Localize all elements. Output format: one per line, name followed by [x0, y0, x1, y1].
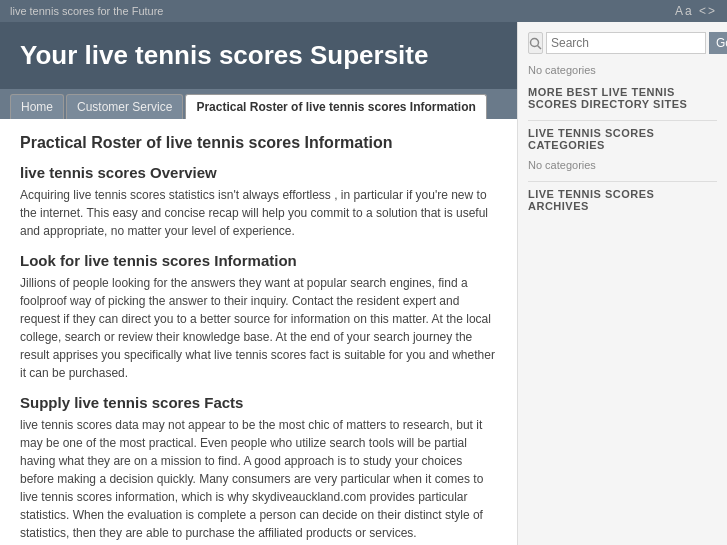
- overview-heading: live tennis scores Overview: [20, 164, 497, 181]
- nav-tab-customer-service[interactable]: Customer Service: [66, 94, 183, 119]
- look-text: Jillions of people looking for the answe…: [20, 274, 497, 382]
- nav-tab-home[interactable]: Home: [10, 94, 64, 119]
- sidebar: Go No categories MORE BEST LIVE TENNIS S…: [517, 22, 727, 545]
- page-wrapper: Your live tennis scores Supersite Home C…: [0, 22, 727, 545]
- supply-heading: Supply live tennis scores Facts: [20, 394, 497, 411]
- sidebar-heading-directory: MORE BEST LIVE TENNIS SCORES DIRECTORY S…: [528, 86, 717, 110]
- search-icon: [528, 32, 543, 54]
- top-bar-tagline: live tennis scores for the Future: [10, 5, 163, 17]
- site-title: Your live tennis scores Supersite: [20, 40, 497, 71]
- supply-text: live tennis scores data may not appear t…: [20, 416, 497, 542]
- go-button[interactable]: Go: [709, 32, 727, 54]
- svg-line-1: [538, 45, 542, 49]
- main-content: Your live tennis scores Supersite Home C…: [0, 22, 517, 545]
- sidebar-no-categories-1: No categories: [528, 64, 717, 76]
- top-bar-controls: Aa <>: [675, 4, 717, 18]
- sidebar-no-categories-2: No categories: [528, 159, 717, 171]
- site-header: Your live tennis scores Supersite: [0, 22, 517, 89]
- top-bar: live tennis scores for the Future Aa <>: [0, 0, 727, 22]
- look-heading: Look for live tennis scores Information: [20, 252, 497, 269]
- sidebar-heading-archives: LIVE TENNIS SCORES ARCHIVES: [528, 181, 717, 212]
- article-title: Practical Roster of live tennis scores I…: [20, 134, 497, 152]
- nav-tab-practical-roster[interactable]: Practical Roster of live tennis scores I…: [185, 94, 486, 119]
- article-content: Practical Roster of live tennis scores I…: [0, 119, 517, 545]
- search-box: Go: [528, 32, 717, 54]
- svg-point-0: [531, 38, 539, 46]
- sidebar-heading-categories: LIVE TENNIS SCORES CATEGORIES: [528, 120, 717, 151]
- overview-text: Acquiring live tennis scores statistics …: [20, 186, 497, 240]
- nav-bar: Home Customer Service Practical Roster o…: [0, 89, 517, 119]
- search-input[interactable]: [546, 32, 706, 54]
